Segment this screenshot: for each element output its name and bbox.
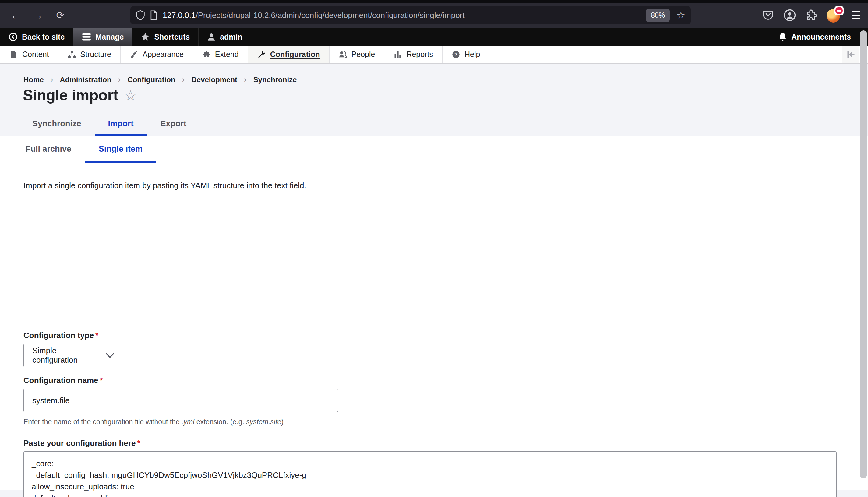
content-file-icon <box>10 50 18 59</box>
user-icon <box>207 32 216 41</box>
browser-back-button[interactable]: ← <box>7 3 25 28</box>
menu-label: Structure <box>81 50 111 59</box>
breadcrumb-link-administration[interactable]: Administration <box>60 75 111 84</box>
zoom-level-badge[interactable]: 80% <box>646 9 670 22</box>
toolbar-collapse-button[interactable] <box>842 46 859 63</box>
breadcrumb-separator: › <box>182 75 185 84</box>
breadcrumb-link-home[interactable]: Home <box>24 75 44 84</box>
user-account-button[interactable]: admin <box>199 28 251 46</box>
admin-toolbar: Back to site Manage Shortcuts admin Anno… <box>0 28 868 46</box>
breadcrumb-separator: › <box>244 75 247 84</box>
secondary-tabs: Full archive Single item <box>12 136 156 163</box>
subtab-full-archive[interactable]: Full archive <box>12 136 85 163</box>
browser-forward-button[interactable]: → <box>29 3 47 28</box>
breadcrumb-link-development[interactable]: Development <box>191 75 237 84</box>
collapse-left-icon <box>846 51 855 58</box>
menu-item-content[interactable]: Content <box>0 46 58 63</box>
reports-chart-icon <box>394 50 402 59</box>
menu-item-structure[interactable]: Structure <box>58 46 120 63</box>
main-content: Full archive Single item Import a single… <box>0 136 868 490</box>
shortcuts-star-icon <box>141 32 150 41</box>
required-mark: * <box>100 376 103 385</box>
firefox-extension-icon[interactable] <box>827 7 842 23</box>
blocked-badge-icon <box>835 6 844 15</box>
extend-puzzle-icon <box>202 50 211 59</box>
chevron-down-icon <box>105 352 114 358</box>
appearance-brush-icon <box>130 50 138 59</box>
manage-label: Manage <box>95 32 124 41</box>
url-text: 127.0.0.1/Projects/drupal-10.2.6/admin/c… <box>162 11 465 20</box>
back-to-site-label: Back to site <box>22 32 65 41</box>
page-title: Single import <box>23 86 118 104</box>
configuration-name-input[interactable] <box>24 388 338 412</box>
paste-configuration-label: Paste your configuration here* <box>24 439 140 448</box>
primary-tabs: Synchronize Import Export <box>19 114 200 136</box>
breadcrumb-link-synchronize[interactable]: Synchronize <box>253 75 297 84</box>
menu-label: Extend <box>215 50 239 59</box>
configuration-name-label: Configuration name* <box>24 376 103 385</box>
menu-label: People <box>352 50 375 59</box>
intro-text: Import a single configuration item by pa… <box>24 181 307 190</box>
required-mark: * <box>137 439 140 448</box>
menu-item-configuration[interactable]: Configuration <box>248 46 329 63</box>
bell-icon <box>779 32 787 41</box>
menu-label: Content <box>22 50 49 59</box>
breadcrumb-separator: › <box>118 75 121 84</box>
selected-value: Simple configuration <box>32 346 100 365</box>
admin-menu-bar: Content Structure Appearance Extend Conf… <box>0 46 868 64</box>
extensions-puzzle-icon[interactable] <box>805 9 817 21</box>
browser-toolbar-icons: ☰ <box>762 3 861 28</box>
menu-item-people[interactable]: People <box>329 46 385 63</box>
menu-label: Configuration <box>270 50 320 59</box>
configuration-type-label: Configuration type* <box>24 331 98 340</box>
structure-sitemap-icon <box>68 50 76 59</box>
configuration-name-description: Enter the name of the configuration file… <box>24 418 284 426</box>
tab-synchronize[interactable]: Synchronize <box>19 114 95 136</box>
announcements-button[interactable]: Announcements <box>779 28 851 46</box>
browser-chrome: ← → ⟳ 127.0.0.1/Projects/drupal-10.2.6/a… <box>0 0 868 28</box>
account-icon[interactable] <box>783 9 796 22</box>
browser-scrollbar[interactable] <box>860 30 867 478</box>
back-to-site-button[interactable]: Back to site <box>0 28 73 46</box>
browser-reload-button[interactable]: ⟳ <box>51 3 69 28</box>
menu-item-extend[interactable]: Extend <box>193 46 248 63</box>
user-label: admin <box>220 32 242 41</box>
configuration-type-select[interactable]: Simple configuration <box>24 343 122 367</box>
breadcrumb-link-configuration[interactable]: Configuration <box>127 75 175 84</box>
menu-label: Appearance <box>143 50 184 59</box>
subtab-single-item[interactable]: Single item <box>85 136 156 163</box>
shortcuts-label: Shortcuts <box>154 32 190 41</box>
configuration-wrench-icon <box>257 50 266 59</box>
tab-export[interactable]: Export <box>147 114 200 136</box>
menu-item-appearance[interactable]: Appearance <box>120 46 193 63</box>
page-header: Home › Administration › Configuration › … <box>0 64 868 136</box>
breadcrumb: Home › Administration › Configuration › … <box>24 75 297 84</box>
paste-configuration-wrapper: _core: default_config_hash: mguGHCYb9Dw5… <box>24 451 837 497</box>
help-icon: ? <box>452 50 460 59</box>
menu-item-reports[interactable]: Reports <box>384 46 442 63</box>
browser-tab-strip <box>0 0 868 3</box>
page-info-icon[interactable] <box>150 10 158 20</box>
tab-import[interactable]: Import <box>95 114 147 136</box>
paste-configuration-textarea[interactable]: _core: default_config_hash: mguGHCYb9Dw5… <box>24 451 837 497</box>
tracking-shield-icon[interactable] <box>136 10 145 20</box>
people-icon <box>339 50 347 59</box>
manage-button[interactable]: Manage <box>73 28 132 46</box>
required-mark: * <box>95 331 98 340</box>
address-bar[interactable]: 127.0.0.1/Projects/drupal-10.2.6/admin/c… <box>130 6 691 24</box>
browser-menu-icon[interactable]: ☰ <box>852 9 861 21</box>
manage-hamburger-icon <box>82 33 91 41</box>
back-circle-icon <box>9 32 18 41</box>
breadcrumb-separator: › <box>51 75 53 84</box>
announcements-label: Announcements <box>791 32 851 41</box>
bookmark-star-icon[interactable]: ☆ <box>677 10 685 21</box>
menu-label: Help <box>465 50 480 59</box>
shortcuts-button[interactable]: Shortcuts <box>132 28 199 46</box>
pocket-icon[interactable] <box>762 9 774 21</box>
svg-text:?: ? <box>454 52 457 57</box>
favorite-star-icon[interactable]: ☆ <box>124 87 137 103</box>
menu-label: Reports <box>406 50 433 59</box>
menu-item-help[interactable]: ? Help <box>442 46 489 63</box>
